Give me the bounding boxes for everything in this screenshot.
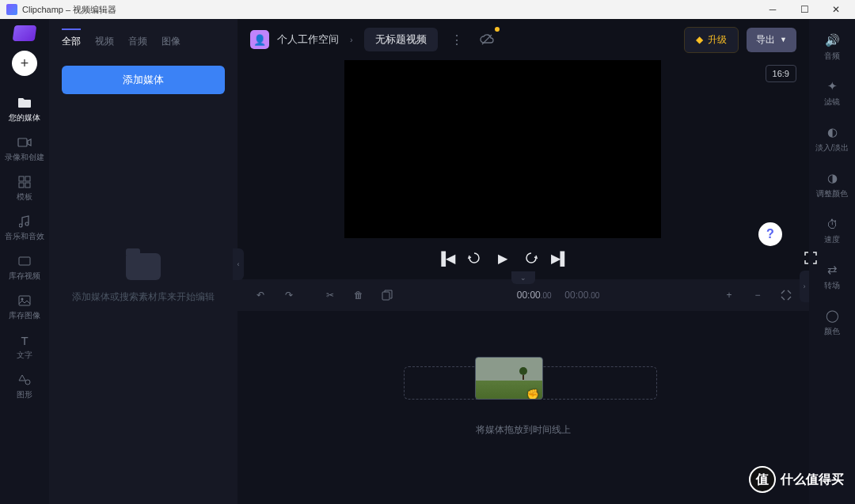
duplicate-button[interactable] [375,283,399,307]
upgrade-label: 升级 [708,33,727,47]
collapse-right-button[interactable]: › [800,271,809,302]
export-button[interactable]: 导出▼ [747,28,796,52]
prop-color[interactable]: ◯颜色 [809,302,855,343]
fullscreen-button[interactable] [802,249,819,267]
zoom-fit-button[interactable] [774,283,798,307]
svg-point-7 [21,298,24,301]
prop-speed[interactable]: ⏱速度 [809,210,855,252]
delete-button[interactable]: 🗑 [347,283,370,307]
prop-label: 淡入/淡出 [815,142,849,153]
speaker-icon: 🔊 [825,33,840,47]
left-sidebar: + 您的媒体 录像和创建 模板 音乐和音效 库存视频 库存图像 T 文字 [0,19,49,504]
center-area: 👤 个人工作空间 › 无标题视频 ⋮ ◆升级 导出▼ ▐◀ ▶ ▶▌ [238,19,809,504]
palette-icon: ◯ [826,309,839,323]
svg-rect-2 [25,176,30,181]
nav-stock-video[interactable]: 库存视频 [0,248,49,288]
folder-icon [17,97,32,109]
tab-image[interactable]: 图像 [162,28,180,55]
empty-folder-icon [126,253,161,280]
nav-record-create[interactable]: 录像和创建 [0,130,49,169]
image-icon [17,294,32,307]
nav-templates[interactable]: 模板 [0,169,49,209]
nav-shapes[interactable]: 图形 [0,367,49,407]
text-icon: T [17,334,32,347]
nav-text[interactable]: T 文字 [0,328,49,367]
rewind-button[interactable] [466,249,483,267]
split-button[interactable]: ✂ [318,283,342,307]
watermark: 值 什么值得买 [749,466,844,493]
media-panel: 全部 视频 音频 图像 添加媒体 添加媒体或搜索素材库来开始编辑 ‹ [49,19,238,504]
zoom-in-button[interactable]: + [717,283,741,307]
svg-point-8 [25,380,30,385]
chevron-right-icon: › [350,35,353,44]
help-button[interactable]: ? [758,222,782,246]
window-minimize-button[interactable]: ─ [757,0,788,19]
nav-label: 文字 [17,350,32,361]
fade-icon: ◐ [827,125,838,139]
camera-icon [17,136,32,149]
media-empty-state: 添加媒体或搜索素材库来开始编辑 [62,86,225,471]
aspect-ratio-button[interactable]: 16:9 [766,65,796,82]
wand-icon: ✦ [827,79,838,93]
playback-controls: ▐◀ ▶ ▶▌ [344,249,661,267]
play-button[interactable]: ▶ [494,249,511,267]
timeline-drop-hint: 将媒体拖放到时间线上 [261,423,785,437]
dragging-media-thumbnail[interactable]: ✊ [475,357,543,400]
timeline-area[interactable]: ✊ 将媒体拖放到时间线上 [238,311,809,504]
expand-timeline-button[interactable]: ⌄ [511,271,535,284]
prop-fade[interactable]: ◐淡入/淡出 [809,119,855,160]
undo-button[interactable]: ↶ [249,283,272,307]
collapse-panel-button[interactable]: ‹ [233,248,244,280]
add-button[interactable]: + [12,51,37,76]
nav-stock-image[interactable]: 库存图像 [0,288,49,328]
prop-audio[interactable]: 🔊音频 [809,27,855,68]
export-label: 导出 [756,33,775,47]
timecode-total-sub: .00 [588,291,599,300]
prop-label: 颜色 [824,326,840,337]
window-titlebar: Clipchamp – 视频编辑器 ─ ☐ ✕ [0,0,855,19]
svg-rect-3 [19,183,24,188]
svg-rect-4 [25,183,30,188]
grab-cursor-icon: ✊ [526,388,539,400]
window-maximize-button[interactable]: ☐ [788,0,820,19]
cloud-sync-button[interactable] [476,28,498,51]
svg-rect-10 [382,292,390,300]
watermark-text: 什么值得买 [781,472,844,488]
upgrade-button[interactable]: ◆升级 [684,27,739,53]
timecode-display: 00:00.00 00:00.00 [517,290,600,301]
forward-button[interactable] [522,249,540,267]
tab-all[interactable]: 全部 [62,28,81,55]
svg-rect-0 [18,138,27,146]
nav-label: 库存图像 [9,310,40,321]
more-menu-button[interactable]: ⋮ [446,28,468,51]
prop-adjust-color[interactable]: ◑调整颜色 [809,165,855,206]
timecode-total: 00:00 [564,290,588,301]
app-icon [6,4,17,15]
zoom-out-button[interactable]: − [746,283,770,307]
nav-label: 图形 [17,389,32,400]
window-close-button[interactable]: ✕ [820,0,852,19]
nav-music-sfx[interactable]: 音乐和音效 [0,209,49,248]
workspace-avatar-icon[interactable]: 👤 [250,30,269,49]
empty-hint-text: 添加媒体或搜索素材库来开始编辑 [72,290,215,304]
redo-button[interactable]: ↷ [277,283,301,307]
tab-audio[interactable]: 音频 [128,28,147,55]
video-icon [17,255,32,267]
nav-label: 库存视频 [9,271,40,282]
contrast-icon: ◑ [827,171,838,185]
nav-label: 音乐和音效 [5,231,44,242]
svg-rect-1 [19,176,24,181]
prop-label: 转场 [824,280,840,291]
prop-filters[interactable]: ✦滤镜 [809,73,855,114]
project-name-input[interactable]: 无标题视频 [364,28,438,51]
media-tabs: 全部 视频 音频 图像 [62,28,225,55]
speed-icon: ⏱ [826,217,838,231]
tab-video[interactable]: 视频 [95,28,114,55]
skip-end-button[interactable]: ▶▌ [551,249,568,267]
timeline-toolbar: ↶ ↷ ✂ 🗑 00:00.00 00:00.00 + − [238,279,809,311]
skip-start-button[interactable]: ▐◀ [437,249,454,267]
workspace-name[interactable]: 个人工作空间 [277,32,339,47]
video-preview-canvas[interactable] [344,60,661,238]
chevron-down-icon: ▼ [780,36,787,44]
nav-your-media[interactable]: 您的媒体 [0,90,49,130]
